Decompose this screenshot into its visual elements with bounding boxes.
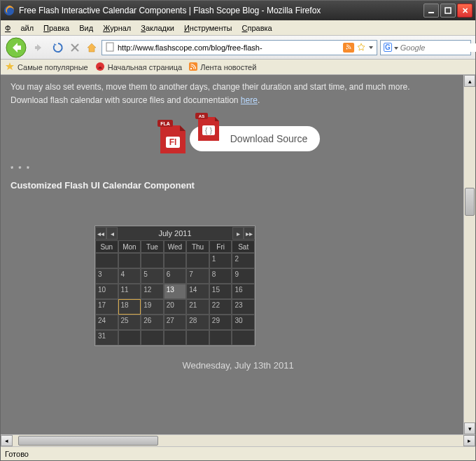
calendar-day-cell[interactable]: 6 (164, 268, 187, 284)
mozilla-icon (95, 62, 105, 73)
firefox-icon (4, 5, 15, 16)
calendar-empty-cell (118, 330, 141, 345)
svg-rect-6 (106, 43, 113, 51)
vertical-scrollbar[interactable]: ▴ ▾ (463, 75, 475, 434)
intro-line-1: You may also set events, move them to an… (10, 81, 465, 94)
calendar-next-year-button[interactable]: ▸▸ (244, 227, 255, 240)
calendar-day-cell[interactable]: 25 (118, 315, 141, 330)
calendar-day-cell[interactable]: 26 (141, 315, 164, 330)
calendar-empty-cell (118, 253, 141, 268)
navigation-toolbar: G (1, 36, 475, 60)
hscroll-thumb[interactable] (18, 436, 158, 446)
calendar-day-cell[interactable]: 5 (141, 268, 164, 284)
calendar-day-cell[interactable]: 23 (232, 299, 255, 315)
calendar-day-cell[interactable]: 8 (209, 268, 232, 284)
calendar-day-cell[interactable]: 18 (118, 299, 141, 315)
scroll-up-button[interactable]: ▴ (464, 75, 475, 87)
calendar-day-cell[interactable]: 14 (186, 284, 209, 299)
menu-bookmarks[interactable]: Закладки (141, 24, 174, 32)
window-maximize-button[interactable] (440, 4, 456, 18)
scroll-track[interactable] (464, 87, 475, 422)
rss-icon[interactable] (343, 43, 354, 53)
url-input[interactable] (118, 43, 340, 52)
menu-view[interactable]: Вид (79, 24, 93, 32)
calendar-day-cell[interactable]: 17 (95, 299, 118, 315)
window-minimize-button[interactable] (424, 4, 439, 18)
calendar-day-cell[interactable]: 21 (186, 299, 209, 315)
scroll-right-button[interactable]: ▸ (463, 435, 475, 446)
scroll-left-button[interactable]: ◂ (1, 435, 13, 446)
calendar-day-cell[interactable]: 3 (95, 268, 118, 284)
download-source-button[interactable]: FLAFl AS{ } Download Source (10, 120, 465, 158)
bookmark-popular[interactable]: Самые популярные (5, 62, 88, 73)
bookmark-news[interactable]: Лента новостей (189, 62, 256, 72)
calendar-day-cell[interactable]: 13 (164, 284, 187, 299)
menu-edit[interactable]: Правка (43, 24, 69, 32)
url-bar[interactable] (102, 40, 377, 55)
calendar-day-cell[interactable]: 20 (164, 299, 187, 315)
calendar-day-cell[interactable]: 11 (118, 284, 141, 299)
stop-button[interactable] (68, 41, 82, 55)
calendar-day-cell[interactable]: 30 (232, 315, 255, 330)
calendar-prev-year-button[interactable]: ◂◂ (95, 227, 106, 240)
calendar-day-cell[interactable]: 29 (209, 315, 232, 330)
content-viewport: You may also set events, move them to an… (1, 75, 475, 434)
search-input[interactable] (400, 43, 476, 52)
svg-text:AS: AS (199, 114, 204, 118)
dropdown-icon[interactable] (368, 43, 374, 52)
calendar-day-cell[interactable]: 1 (209, 253, 232, 268)
calendar-day-cell[interactable]: 28 (186, 315, 209, 330)
bookmark-star-icon[interactable] (357, 43, 365, 53)
calendar-month-year: July 2011 (118, 229, 232, 238)
page-icon (105, 42, 115, 53)
calendar-day-cell[interactable]: 2 (232, 253, 255, 268)
calendar-day-cell[interactable]: 16 (232, 284, 255, 299)
hscroll-track[interactable] (13, 435, 463, 446)
calendar-widget: ◂◂ ◂ July 2011 ▸ ▸▸ SunMonTueWedThuFriSa… (94, 226, 255, 346)
menu-file[interactable]: Файл (5, 24, 34, 32)
calendar-empty-cell (186, 253, 209, 268)
google-icon: G (384, 43, 392, 52)
calendar-day-cell[interactable]: 7 (186, 268, 209, 284)
calendar-empty-cell (164, 330, 187, 345)
section-divider: * * * (10, 165, 465, 173)
calendar-day-cell[interactable]: 22 (209, 299, 232, 315)
scroll-thumb[interactable] (465, 188, 475, 216)
download-here-link[interactable]: here (241, 95, 258, 105)
back-button[interactable] (5, 36, 27, 59)
rss-feed-icon (189, 62, 197, 72)
window-close-button[interactable]: ✕ (457, 4, 472, 18)
calendar-day-cell[interactable]: 24 (95, 315, 118, 330)
menu-tools[interactable]: Инструменты (184, 24, 232, 32)
calendar-empty-cell (95, 253, 118, 268)
search-bar[interactable]: G (380, 40, 471, 55)
calendar-dow: Thu (186, 240, 209, 253)
scroll-down-button[interactable]: ▾ (464, 422, 475, 434)
calendar-day-cell[interactable]: 9 (232, 268, 255, 284)
status-text: Готово (5, 450, 29, 458)
calendar-next-month-button[interactable]: ▸ (232, 227, 244, 240)
calendar-day-cell[interactable]: 10 (95, 284, 118, 299)
search-dropdown-icon[interactable] (394, 43, 398, 52)
home-button[interactable] (85, 41, 99, 55)
menu-history[interactable]: Журнал (103, 24, 131, 32)
calendar-empty-cell (141, 253, 164, 268)
horizontal-scrollbar[interactable]: ◂ ▸ (1, 434, 475, 446)
calendar-day-cell[interactable]: 4 (118, 268, 141, 284)
calendar-day-cell[interactable]: 19 (141, 299, 164, 315)
calendar-day-cell[interactable]: 15 (209, 284, 232, 299)
calendar-empty-cell (164, 253, 187, 268)
calendar-day-cell[interactable]: 12 (141, 284, 164, 299)
forward-button[interactable] (30, 39, 48, 57)
calendar-empty-cell (232, 330, 255, 345)
calendar-prev-month-button[interactable]: ◂ (106, 227, 118, 240)
svg-rect-1 (428, 12, 434, 13)
calendar-day-cell[interactable]: 31 (95, 330, 118, 345)
as-file-icon: AS{ } (195, 132, 223, 145)
reload-button[interactable] (51, 41, 65, 55)
bookmark-homepage[interactable]: Начальная страница (95, 62, 182, 73)
calendar-dow: Wed (164, 240, 187, 253)
menu-help[interactable]: Справка (242, 24, 272, 32)
calendar-day-cell[interactable]: 27 (164, 315, 187, 330)
fla-file-icon: FLAFl (156, 120, 190, 158)
